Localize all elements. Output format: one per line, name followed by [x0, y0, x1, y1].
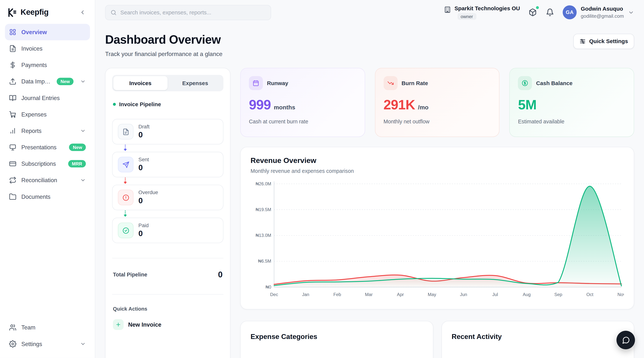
stat-value: 5M [518, 97, 536, 113]
quick-actions: New Invoice [112, 318, 224, 331]
pipeline-connector [123, 177, 127, 185]
pipeline-connector [123, 210, 127, 218]
sidebar-item-overview[interactable]: Overview [5, 24, 90, 40]
chevron-down-icon [80, 128, 86, 134]
new-invoice-action[interactable]: New Invoice [112, 318, 224, 331]
pipeline-stage-overdue[interactable]: Overdue0 [112, 185, 224, 210]
svg-text:Jul: Jul [492, 292, 498, 297]
chevron-down-icon [80, 177, 86, 183]
pipeline-stages: Draft0Sent0Overdue0Paid0 [112, 119, 224, 243]
pipeline-section-label: Invoice Pipeline [113, 101, 222, 107]
presentation-icon [9, 143, 16, 151]
sidebar-item-presentations[interactable]: PresentationsNew [5, 139, 90, 155]
svg-text:Aug: Aug [523, 292, 531, 297]
chat-icon [622, 336, 630, 344]
stat-value: 291K [384, 97, 415, 113]
users-icon [9, 324, 16, 331]
avatar: GA [563, 6, 577, 20]
page-subtitle: Track your financial performance at a gl… [105, 51, 222, 57]
bottom-row: Expense Categories Recent Activity [240, 321, 634, 358]
stats-row: Runway999monthsCash at current burn rate… [240, 68, 634, 137]
updates-button[interactable] [528, 8, 537, 17]
svg-text:₦19.5M: ₦19.5M [256, 207, 271, 212]
book-icon [9, 94, 16, 102]
chevron-down-icon [80, 341, 86, 347]
tab-invoices[interactable]: Invoices [113, 76, 167, 90]
pipeline-stage-sent[interactable]: Sent0 [112, 152, 224, 177]
sidebar-item-subscriptions[interactable]: SubscriptionsMRR [5, 155, 90, 172]
credit-card-icon [9, 160, 16, 167]
chevron-down-icon [80, 79, 86, 84]
nav-badge: New [69, 143, 86, 151]
main-wrap: Sparkit Technologies OU owner GA Godwin … [95, 0, 644, 358]
revenue-chart: ₦26.0M₦19.5M₦13.0M₦6.5M₦0DecJanFebMarApr… [250, 179, 624, 301]
sidebar-nav: OverviewInvoicesPaymentsData ImportsNewJ… [5, 24, 90, 205]
page-title: Dashboard Overview [105, 33, 222, 47]
svg-text:₦13.0M: ₦13.0M [256, 233, 271, 238]
user-menu[interactable]: GA Godwin Asuquo godilite@gmail.com [563, 6, 634, 20]
calendar-icon [249, 76, 263, 90]
revenue-chart-container: ₦26.0M₦19.5M₦13.0M₦6.5M₦0DecJanFebMarApr… [250, 179, 624, 301]
notifications-button[interactable] [546, 8, 554, 17]
upload-icon [9, 78, 16, 85]
folder-icon [9, 193, 16, 201]
total-pipeline-row: Total Pipeline 0 [112, 270, 224, 279]
svg-text:Apr: Apr [397, 292, 404, 297]
chat-button[interactable] [616, 331, 635, 349]
repeat-icon [9, 176, 16, 184]
sidebar-item-team[interactable]: Team [5, 319, 90, 336]
notification-dot [536, 6, 539, 10]
topbar: Sparkit Technologies OU owner GA Godwin … [95, 0, 644, 25]
svg-text:₦6.5M: ₦6.5M [258, 259, 271, 264]
sidebar-item-reconciliation[interactable]: Reconciliation [5, 172, 90, 188]
app-root: Keepfig OverviewInvoicesPaymentsData Imp… [0, 0, 644, 358]
alert-icon [118, 190, 134, 205]
sidebar-item-expenses[interactable]: Expenses [5, 106, 90, 123]
total-pipeline-value: 0 [218, 270, 223, 279]
right-column: Runway999monthsCash at current burn rate… [240, 68, 634, 358]
pipeline-stage-draft[interactable]: Draft0 [112, 119, 224, 144]
sidebar-item-journal-entries[interactable]: Journal Entries [5, 90, 90, 106]
svg-text:Feb: Feb [333, 292, 341, 297]
topbar-right: Sparkit Technologies OU owner GA Godwin … [444, 5, 634, 20]
total-pipeline-label: Total Pipeline [113, 272, 147, 278]
search-input[interactable] [120, 9, 266, 16]
tab-expenses[interactable]: Expenses [168, 76, 222, 90]
sidebar-item-settings[interactable]: Settings [5, 336, 90, 352]
main-content: Dashboard Overview Track your financial … [95, 25, 644, 358]
stat-value: 999 [249, 97, 271, 113]
svg-text:May: May [428, 292, 436, 297]
sidebar-item-invoices[interactable]: Invoices [5, 40, 90, 57]
expense-categories-card: Expense Categories [240, 321, 433, 358]
pipeline-card: InvoicesExpenses Invoice Pipeline Draft0… [105, 68, 230, 358]
org-switcher[interactable]: Sparkit Technologies OU owner [444, 5, 520, 20]
search-icon [110, 9, 117, 16]
send-icon [118, 157, 134, 172]
sidebar-item-data-imports[interactable]: Data ImportsNew [5, 73, 90, 90]
stat-card-burn-rate: Burn Rate291K/moMonthly net outflow [375, 68, 500, 137]
revenue-chart-title: Revenue Overview [250, 156, 624, 165]
file-icon [118, 124, 134, 139]
svg-text:Jun: Jun [460, 292, 467, 297]
pipeline-stage-paid[interactable]: Paid0 [112, 218, 224, 243]
bar-chart-icon [9, 127, 16, 135]
quick-settings-button[interactable]: Quick Settings [574, 34, 634, 49]
gear-icon [9, 340, 16, 348]
nav-badge: MRR [68, 160, 86, 167]
divider [112, 294, 224, 295]
pipeline-connector [123, 144, 127, 152]
svg-text:₦0: ₦0 [266, 284, 271, 289]
bell-icon [546, 8, 554, 17]
sidebar-item-documents[interactable]: Documents [5, 188, 90, 205]
sidebar-footer-nav: TeamSettings [5, 319, 90, 352]
svg-text:Oct: Oct [586, 292, 594, 297]
sidebar-item-reports[interactable]: Reports [5, 123, 90, 139]
divider [112, 258, 224, 258]
grid-icon [9, 28, 16, 36]
sidebar-collapse-button[interactable] [78, 8, 88, 17]
plus-icon [113, 319, 124, 330]
trending-down-icon [384, 76, 398, 90]
sidebar-item-payments[interactable]: Payments [5, 57, 90, 73]
revenue-chart-subtitle: Monthly revenue and expenses comparison [250, 168, 624, 174]
content-grid: InvoicesExpenses Invoice Pipeline Draft0… [105, 68, 634, 358]
